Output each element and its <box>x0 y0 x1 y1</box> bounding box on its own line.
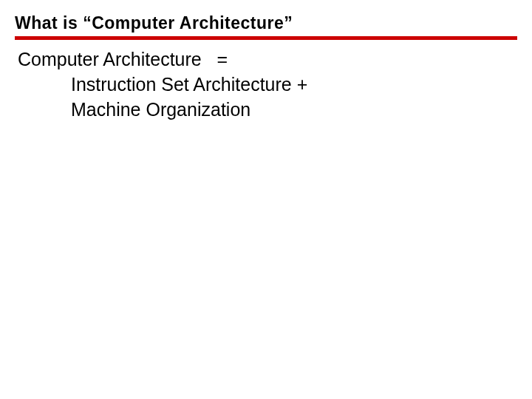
content-line-2: Instruction Set Architecture + <box>18 72 517 98</box>
content-line-1: Computer Architecture = <box>18 47 517 72</box>
slide-content: Computer Architecture = Instruction Set … <box>15 47 517 122</box>
content-line-3: Machine Organization <box>18 98 517 123</box>
slide-title: What is “Computer Architecture” <box>15 13 517 40</box>
